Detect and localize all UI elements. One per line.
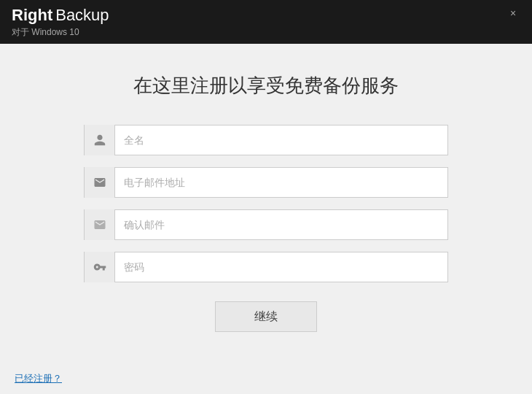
password-icon — [85, 252, 115, 282]
bottom-area: 已经注册？ — [0, 363, 532, 394]
content-area: 在这里注册以享受免费备份服务 — [0, 44, 532, 363]
title-bar-left: Right Backup 对于 Windows 10 — [12, 6, 109, 39]
fullname-input[interactable] — [115, 125, 447, 155]
email-input[interactable] — [115, 168, 447, 197]
already-registered-link[interactable]: 已经注册？ — [15, 372, 62, 385]
email-icon — [85, 167, 115, 198]
confirm-email-input[interactable] — [115, 210, 447, 239]
app-name-normal: Backup — [55, 6, 109, 25]
password-svg — [93, 260, 106, 274]
person-svg — [93, 134, 106, 147]
title-bar: Right Backup 对于 Windows 10 × — [0, 0, 532, 44]
page-heading: 在这里注册以享受免费备份服务 — [133, 73, 399, 98]
app-subtitle: 对于 Windows 10 — [12, 26, 109, 39]
registration-form: 继续 — [84, 125, 448, 332]
confirm-email-svg — [93, 218, 106, 231]
app-title: Right Backup — [12, 6, 109, 25]
email-group — [84, 167, 448, 198]
app-window: Right Backup 对于 Windows 10 × 在这里注册以享受免费备… — [0, 0, 532, 394]
confirm-email-icon — [85, 209, 115, 240]
person-icon — [85, 125, 115, 155]
fullname-group — [84, 125, 448, 155]
confirm-email-group — [84, 209, 448, 240]
password-group — [84, 252, 448, 282]
continue-button[interactable]: 继续 — [215, 301, 317, 332]
app-name-bold: Right — [12, 6, 52, 25]
close-button[interactable]: × — [506, 6, 520, 20]
password-input[interactable] — [115, 252, 447, 282]
email-svg — [93, 176, 106, 189]
